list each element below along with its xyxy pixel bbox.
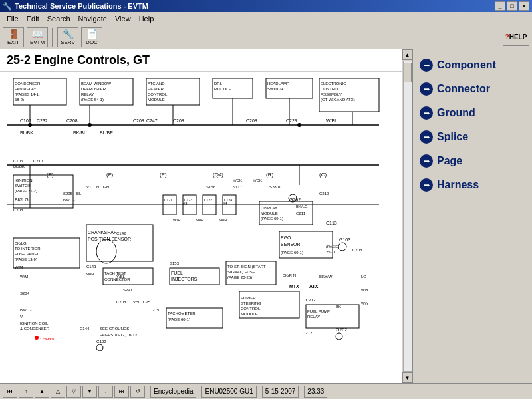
nav-refresh-button[interactable]: ↺ — [130, 386, 145, 398]
legend-item-ground[interactable]: ➡ Ground — [418, 104, 527, 122]
svg-text:G202: G202 — [336, 327, 347, 332]
ground-icon: ➡ — [420, 106, 433, 120]
nav-prev2-button[interactable]: △ — [51, 386, 65, 398]
maximize-button[interactable]: □ — [507, 1, 517, 11]
svg-text:C143: C143 — [86, 265, 96, 269]
svg-text:(PAGE 60-1): (PAGE 60-1) — [168, 317, 190, 321]
legend-panel: ➡ Component ➡ Connector ➡ Ground ➡ Splic… — [412, 49, 532, 383]
svg-text:TACHOMETER: TACHOMETER — [168, 311, 196, 315]
svg-text:& CONDENSER: & CONDENSER — [20, 327, 50, 331]
nav-last-button[interactable]: ⏭ — [114, 386, 129, 398]
content-wrapper: 25-2 Engine Controls, GT CONDENSER FAN R… — [0, 49, 402, 383]
svg-text:C211: C211 — [296, 211, 306, 215]
svg-text:MODULE: MODULE — [261, 211, 278, 215]
svg-text:HEATER: HEATER — [148, 87, 164, 91]
svg-text:FUEL: FUEL — [171, 271, 183, 275]
legend-item-component[interactable]: ➡ Component — [418, 56, 527, 74]
svg-text:S2801: S2801 — [269, 185, 281, 189]
menu-help[interactable]: Help — [135, 13, 158, 24]
svg-text:W/M: W/M — [20, 275, 28, 279]
svg-text:CONTROL: CONTROL — [321, 87, 340, 91]
svg-text:MODULE: MODULE — [148, 98, 165, 102]
svg-text:BK/LG: BK/LG — [296, 205, 308, 209]
svg-text:DRL: DRL — [214, 82, 223, 86]
toolbar-separator — [52, 28, 53, 47]
svg-text:(GT W/X AND ATX): (GT W/X AND ATX) — [321, 98, 355, 102]
svg-text:C208: C208 — [13, 208, 23, 212]
close-button[interactable]: × — [519, 1, 529, 11]
harness-icon: ➡ — [420, 178, 433, 192]
menu-navigate[interactable]: Navigate — [74, 13, 111, 24]
scroll-down-arrow[interactable]: ▼ — [402, 372, 413, 383]
menu-search[interactable]: Search — [43, 13, 74, 24]
svg-text:25-1): 25-1) — [326, 250, 335, 254]
svg-text:N: N — [96, 185, 99, 189]
svg-text:HEADLAMP: HEADLAMP — [267, 82, 289, 86]
legend-harness-label: Harness — [437, 179, 479, 191]
svg-text:* cewka: * cewka — [40, 337, 55, 341]
svg-text:C144: C144 — [80, 327, 90, 331]
svg-text:G102: G102 — [96, 340, 106, 344]
svg-text:CONTROL: CONTROL — [241, 307, 261, 311]
nav-up-button[interactable]: ↑ — [19, 386, 33, 398]
legend-item-harness[interactable]: ➡ Harness — [418, 176, 527, 194]
menu-file[interactable]: File — [3, 13, 23, 24]
scroll-thumb[interactable] — [404, 63, 412, 82]
legend-item-splice[interactable]: ➡ Splice — [418, 128, 527, 146]
exit-button[interactable]: 🚪 EXIT — [3, 27, 24, 47]
svg-text:BK/LG: BK/LG — [15, 241, 27, 245]
svg-text:FUEL PUMP: FUEL PUMP — [307, 309, 330, 313]
svg-text:#4: #4 — [223, 201, 227, 205]
page-title-area: 25-2 Engine Controls, GT — [0, 49, 402, 72]
svg-text:CRANKSHAFT: CRANKSHAFT — [88, 230, 120, 235]
help-button[interactable]: ? HELP — [503, 29, 529, 46]
svg-text:TO INTERIOR: TO INTERIOR — [15, 247, 41, 251]
svg-text:MTX: MTX — [289, 284, 299, 289]
legend-item-page[interactable]: ➡ Page — [418, 152, 527, 170]
svg-text:ATX: ATX — [309, 284, 319, 289]
svg-text:SWITCH: SWITCH — [15, 184, 31, 188]
connector-icon: ➡ — [420, 82, 433, 96]
menu-edit[interactable]: Edit — [23, 13, 43, 24]
svg-text:(PAGE 13-9): (PAGE 13-9) — [15, 257, 37, 261]
page-title: 25-2 Engine Controls, GT — [7, 53, 150, 66]
svg-text:BK/LG: BK/LG — [15, 198, 29, 202]
svg-text:C208: C208 — [173, 118, 184, 123]
svg-text:BK/BL: BK/BL — [73, 130, 86, 135]
svg-text:C229: C229 — [286, 118, 297, 123]
legend-component-label: Component — [437, 59, 496, 71]
menu-bar: File Edit Search Navigate View Help — [0, 12, 532, 25]
svg-text:(PAGE: (PAGE — [326, 245, 338, 249]
svg-text:GN: GN — [103, 185, 109, 189]
nav-prev-button[interactable]: ▲ — [35, 386, 49, 398]
evtm-button[interactable]: 📖 EVTM — [27, 27, 48, 47]
svg-text:C247: C247 — [146, 118, 158, 123]
menu-view[interactable]: View — [111, 13, 135, 24]
svg-text:ASSEMBLY: ASSEMBLY — [321, 92, 342, 96]
svg-text:C208: C208 — [66, 118, 78, 123]
doc-button[interactable]: 📄 DOC — [81, 27, 102, 47]
svg-text:C210: C210 — [319, 192, 329, 196]
legend-item-connector[interactable]: ➡ Connector — [418, 80, 527, 98]
svg-text:CONDENSER: CONDENSER — [15, 82, 41, 86]
svg-text:W/R: W/R — [173, 218, 181, 222]
svg-text:G103: G103 — [339, 237, 350, 242]
title-bar: 🔧 Technical Service Publications - EVTM … — [0, 0, 532, 12]
svg-text:PAGES 10-12, 10-13: PAGES 10-12, 10-13 — [100, 333, 138, 337]
splice-icon: ➡ — [420, 130, 433, 144]
scroll-track[interactable] — [403, 61, 412, 372]
legend-splice-label: Splice — [437, 131, 468, 143]
nav-next-button[interactable]: ▼ — [82, 386, 97, 398]
scroll-up-arrow[interactable]: ▲ — [402, 49, 413, 60]
toolbar: 🚪 EXIT 📖 EVTM 🔧 SERV 📄 DOC ? HELP — [0, 25, 532, 49]
service-button[interactable]: 🔧 SERV — [57, 27, 78, 47]
svg-text:(C): (C) — [319, 172, 327, 178]
minimize-button[interactable]: _ — [495, 1, 505, 11]
svg-text:MODULE: MODULE — [214, 87, 231, 91]
svg-text:C212: C212 — [306, 298, 316, 302]
nav-down-button[interactable]: ↓ — [98, 386, 113, 398]
nav-first-button[interactable]: ⏮ — [3, 386, 17, 398]
nav-next2-button[interactable]: ▽ — [66, 386, 81, 398]
svg-text:BL: BL — [76, 192, 82, 196]
svg-text:ATC AND: ATC AND — [148, 82, 165, 86]
